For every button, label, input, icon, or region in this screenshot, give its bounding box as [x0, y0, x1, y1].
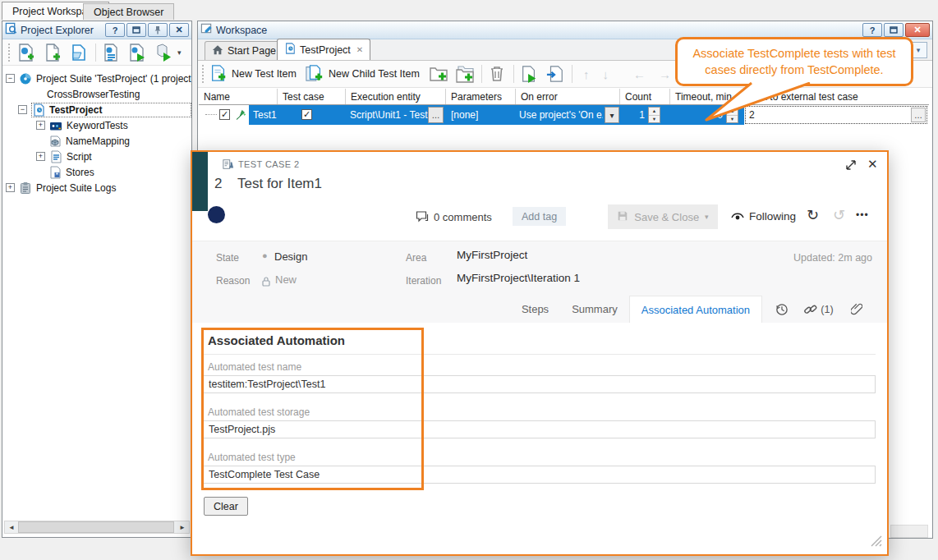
tab-testproject[interactable]: TestProject ✕: [277, 39, 370, 60]
close-tab-icon[interactable]: ✕: [356, 45, 363, 54]
iteration-value[interactable]: MyFirstProject\Iteration 1: [457, 272, 580, 284]
tree-item-testproject[interactable]: − TestProject: [2, 102, 191, 117]
move-right-button[interactable]: →: [659, 67, 671, 81]
close-panel-button[interactable]: ✕: [169, 23, 189, 37]
comments-link[interactable]: 0 comments: [434, 211, 492, 223]
project-explorer-panel: Project Explorer ? ✕ ▾ − Project Suite '…: [2, 21, 192, 538]
automated-test-name-label: Automated test name: [208, 361, 301, 373]
close-workspace-button[interactable]: ✕: [905, 23, 930, 37]
enabled-checkbox[interactable]: ✓: [219, 109, 230, 120]
links-count: (1): [821, 304, 833, 315]
restore-button[interactable]: [126, 23, 146, 37]
tab-associated-automation[interactable]: Associated Automation: [629, 296, 762, 323]
test-case-checkbox[interactable]: ✓: [301, 109, 312, 120]
workspace-icon: [200, 22, 213, 38]
window-tab-bar: Project Workspace Object Browser: [0, 0, 938, 20]
cell-parameters[interactable]: [none]: [451, 105, 478, 125]
automated-test-type-input[interactable]: [203, 466, 876, 484]
organize-tests-icon[interactable]: [100, 42, 122, 63]
column-header-name[interactable]: Name: [199, 89, 278, 104]
following-button[interactable]: Following: [749, 210, 796, 223]
expand-icon[interactable]: +: [36, 121, 45, 130]
restore-button[interactable]: [884, 23, 904, 37]
cell-name[interactable]: Test1: [253, 105, 277, 125]
links-tab[interactable]: (1): [800, 296, 838, 323]
tree-item-label: TestProject: [49, 104, 102, 116]
work-item-color-strip: [192, 152, 208, 211]
tab-steps[interactable]: Steps: [510, 296, 560, 323]
toolbar-more-dropdown[interactable]: ▾: [177, 48, 182, 57]
column-header-execution-entity[interactable]: Execution entity: [346, 89, 446, 104]
test-items-grid: Name Test case Execution entity Paramete…: [199, 89, 929, 125]
convert-to-script-icon[interactable]: [545, 63, 566, 85]
tree-item-label: Project Suite 'TestProject' (1 project): [36, 73, 191, 85]
tree-item-keywordtests[interactable]: + KeywordTests: [2, 117, 191, 133]
move-left-button[interactable]: ←: [633, 67, 646, 81]
history-tab[interactable]: [762, 296, 800, 323]
new-group-icon[interactable]: [428, 63, 449, 85]
expand-icon[interactable]: +: [36, 152, 45, 161]
count-stepper[interactable]: ▲▼: [648, 107, 660, 123]
cell-execution-entity[interactable]: Script\Unit1 - Test1: [350, 105, 433, 125]
run-selected-icon[interactable]: [518, 63, 540, 85]
refresh-icon[interactable]: ↻: [807, 206, 819, 224]
collapse-icon[interactable]: −: [6, 74, 15, 83]
collapse-icon[interactable]: −: [18, 105, 27, 114]
new-test-item-button[interactable]: New Test Item: [209, 64, 297, 85]
add-project-icon[interactable]: [42, 42, 63, 63]
work-item-title[interactable]: Test for Item1: [237, 176, 322, 192]
expand-icon[interactable]: +: [6, 183, 15, 192]
area-value[interactable]: MyFirstProject: [457, 249, 527, 261]
execution-entity-browse-button[interactable]: …: [428, 107, 444, 123]
pin-icon[interactable]: [148, 23, 168, 37]
delete-icon[interactable]: [486, 63, 508, 85]
expand-dialog-icon[interactable]: [844, 158, 858, 175]
resize-grip[interactable]: [871, 535, 882, 550]
tree-item-project-suite-logs[interactable]: + Project Suite Logs: [2, 180, 191, 195]
scrollbar-thumb[interactable]: [18, 521, 174, 533]
link-browse-button[interactable]: …: [911, 108, 926, 122]
clear-button[interactable]: Clear: [204, 497, 248, 516]
script-icon: [49, 150, 62, 163]
project-explorer-icon: [5, 22, 17, 38]
scroll-right-arrow[interactable]: ►: [176, 521, 189, 533]
column-header-count[interactable]: Count: [620, 89, 670, 104]
automated-test-storage-input[interactable]: [203, 420, 876, 438]
column-header-parameters[interactable]: Parameters: [446, 89, 516, 104]
cell-count[interactable]: 1: [612, 105, 645, 125]
move-down-button[interactable]: ↓: [602, 67, 609, 81]
attachments-tab[interactable]: [838, 296, 876, 323]
avatar[interactable]: [208, 206, 225, 223]
automated-test-name-input[interactable]: [203, 375, 876, 393]
help-button[interactable]: ?: [862, 23, 882, 37]
cell-on-error[interactable]: Use project's 'On e...: [519, 105, 603, 125]
tree-item-stores[interactable]: Stores: [2, 164, 191, 180]
close-dialog-icon[interactable]: ✕: [867, 157, 878, 172]
help-button[interactable]: ?: [105, 23, 125, 37]
save-and-close-button[interactable]: Save & Close ▾: [608, 204, 718, 229]
test-item-row[interactable]: ✓ Test1 ✓ Script\Unit1 - Test1 … [none] …: [199, 105, 929, 125]
add-project-suite-icon[interactable]: [16, 42, 37, 63]
tab-summary[interactable]: Summary: [560, 296, 629, 323]
run-project-suite-icon[interactable]: [126, 42, 148, 63]
work-item-id: 2: [214, 176, 222, 192]
column-header-test-case[interactable]: Test case: [278, 89, 346, 104]
add-tag-button[interactable]: Add tag: [513, 207, 566, 226]
open-file-icon[interactable]: [68, 42, 90, 63]
tree-item-project-suite[interactable]: − Project Suite 'TestProject' (1 project…: [2, 71, 191, 86]
tree-item-namemapping[interactable]: NameMapping: [2, 133, 191, 149]
more-options-icon[interactable]: •••: [856, 209, 869, 221]
tree-item-script[interactable]: + Script: [2, 149, 191, 164]
callout-text: Associate TestComplete tests with test c…: [684, 45, 904, 78]
tab-object-browser[interactable]: Object Browser: [83, 3, 174, 20]
new-child-group-icon[interactable]: [454, 63, 476, 85]
new-child-test-item-button[interactable]: New Child Test Item: [305, 64, 420, 85]
undo-icon[interactable]: ↺: [833, 206, 845, 224]
scroll-left-arrow[interactable]: ◄: [5, 521, 18, 533]
move-up-button[interactable]: ↑: [583, 67, 590, 81]
save-dropdown-arrow[interactable]: ▾: [705, 213, 709, 221]
state-value[interactable]: Design: [274, 250, 307, 263]
column-header-on-error[interactable]: On error: [516, 89, 620, 104]
run-project-icon[interactable]: [153, 42, 174, 63]
tree-item-crossbrowsertesting[interactable]: CrossBrowserTesting: [2, 86, 191, 102]
